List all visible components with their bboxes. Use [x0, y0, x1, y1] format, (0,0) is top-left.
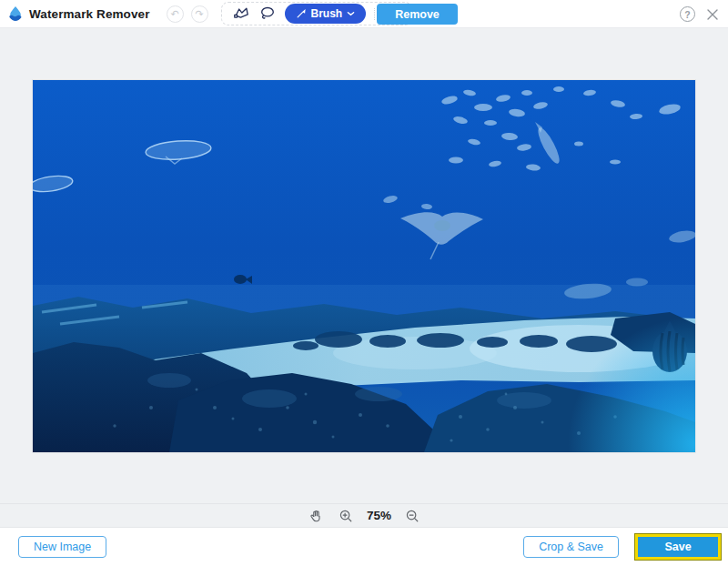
editor-workspace: 75%	[0, 28, 728, 527]
hand-tool-icon[interactable]	[307, 507, 325, 525]
zoom-in-icon[interactable]	[337, 507, 355, 525]
zoom-statusbar: 75%	[0, 503, 728, 527]
save-actions: Crop & Save Save	[523, 533, 722, 561]
new-image-button[interactable]: New Image	[18, 536, 106, 558]
app-logo-icon	[7, 5, 24, 22]
brush-tool-button[interactable]: Brush	[285, 4, 367, 24]
toolbar-separator	[374, 8, 375, 20]
save-button[interactable]: Save	[638, 537, 718, 557]
crop-and-save-button[interactable]: Crop & Save	[523, 536, 619, 558]
polygon-lasso-icon[interactable]	[232, 5, 250, 23]
lasso-icon[interactable]	[258, 5, 277, 23]
undo-icon[interactable]: ↶	[167, 5, 184, 23]
brush-label: Brush	[311, 7, 343, 20]
underwater-aquarium-photo	[33, 80, 695, 452]
brush-icon	[296, 8, 307, 19]
redo-icon[interactable]: ↷	[191, 5, 208, 23]
image-canvas[interactable]	[33, 80, 695, 452]
zoom-level: 75%	[367, 509, 391, 522]
window-controls: ?	[680, 0, 720, 28]
chevron-down-icon	[347, 11, 355, 16]
help-icon[interactable]: ?	[680, 6, 695, 22]
close-icon[interactable]	[705, 7, 720, 22]
footer-bar: New Image Crop & Save Save	[0, 527, 728, 566]
app-title: Watermark Remover	[29, 7, 150, 21]
save-button-highlight: Save	[634, 533, 722, 561]
watermark-remover-window: Watermark Remover ↶ ↷	[0, 0, 728, 566]
history-controls: ↶ ↷	[167, 5, 208, 23]
remove-button[interactable]: Remove	[377, 4, 458, 25]
zoom-out-icon[interactable]	[403, 507, 421, 525]
header-toolbar: Watermark Remover ↶ ↷	[0, 0, 728, 28]
